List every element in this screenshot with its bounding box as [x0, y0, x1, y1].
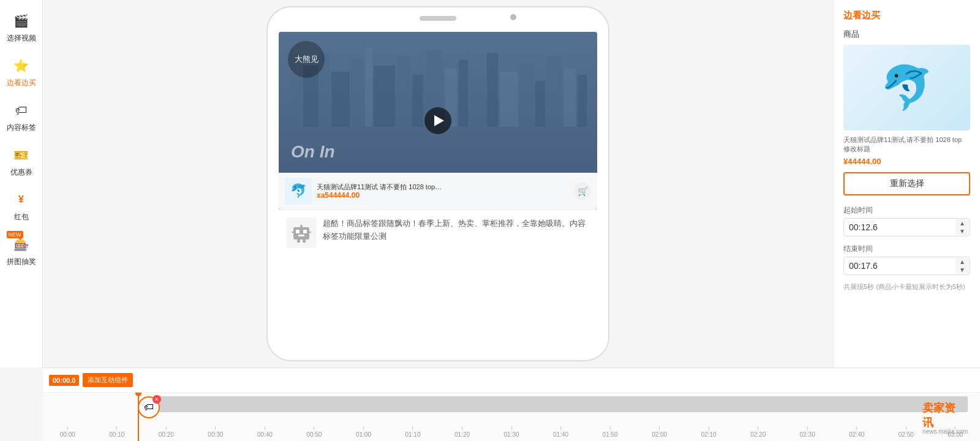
add-interactive-button[interactable]: 添加互动组件 — [83, 373, 133, 387]
phone-mockup: 大熊见 On In 🐬 天猫测试品牌11测试 请不要拍 1028 top… xa… — [266, 6, 609, 361]
svg-rect-24 — [300, 225, 303, 228]
svg-rect-27 — [297, 239, 300, 243]
scale-mark: 01:10 — [388, 426, 438, 438]
delete-mark[interactable]: ✕ — [153, 395, 161, 404]
svg-rect-14 — [500, 72, 518, 127]
watermark-area: 卖家资讯 news.maijia.com — [922, 428, 968, 435]
sidebar-label-coupon: 优惠券 — [10, 167, 32, 178]
coupon-icon: 🎫 — [12, 145, 31, 165]
phone-camera — [510, 14, 516, 20]
svg-rect-8 — [412, 75, 423, 127]
end-time-section: 结束时间 ▲ ▼ — [843, 244, 970, 275]
start-time-section: 起始时间 ▲ ▼ — [843, 205, 970, 236]
start-time-input[interactable] — [843, 218, 970, 236]
timeline-track: 🏷 ✕ 00:0000:1000:2000:3000:4000:5001:000… — [43, 393, 980, 441]
sidebar-item-shop-watch[interactable]: ⭐ 边看边买 — [3, 51, 40, 93]
end-time-spinners: ▲ ▼ — [956, 258, 969, 274]
play-button[interactable] — [424, 107, 451, 134]
start-time-input-wrap: ▲ ▼ — [843, 218, 970, 236]
interactive-item-marker[interactable]: 🏷 ✕ — [138, 396, 160, 418]
svg-rect-5 — [365, 47, 372, 127]
duration-note: 共展现5秒 (商品小卡最短展示时长为5秒) — [843, 282, 970, 292]
right-panel: 边看边买 商品 🐬 天猫测试品牌11测试,请不要拍 1028 top 修改标题 … — [833, 0, 980, 368]
start-time-up[interactable]: ▲ — [956, 219, 969, 227]
scale-mark: 00:00 — [43, 426, 92, 438]
end-time-up[interactable]: ▲ — [956, 258, 969, 266]
product-card-overlay[interactable]: 🐬 天猫测试品牌11测试 请不要拍 1028 top… xa544444.00 … — [279, 173, 597, 209]
svg-rect-28 — [303, 239, 306, 243]
star-icon: ⭐ — [12, 56, 31, 75]
product-price: ¥44444.00 — [843, 157, 970, 166]
sidebar-item-redpacket[interactable]: ¥ 红包 — [3, 185, 40, 227]
svg-rect-15 — [520, 62, 533, 127]
svg-rect-6 — [374, 66, 395, 127]
scale-mark: 01:40 — [536, 426, 586, 438]
sidebar-item-coupon[interactable]: 🎫 优惠券 — [3, 140, 40, 183]
scale-mark: 00:50 — [290, 426, 339, 438]
cart-icon[interactable]: 🛒 — [574, 183, 591, 200]
scale-mark: 00:10 — [92, 426, 142, 438]
start-time-spinners: ▲ ▼ — [956, 219, 969, 235]
product-description: 天猫测试品牌11测试,请不要拍 1028 top 修改标题 — [843, 135, 970, 154]
time-marker-start: 00:00.0 — [49, 375, 79, 386]
phone-speaker — [420, 16, 456, 21]
sidebar-item-lottery[interactable]: NEW 🎰 拼图抽奖 — [3, 230, 40, 272]
info-text: 超酷！商品标签跟随飘动！春季上新、热卖、掌柜推荐，全靠她吸睛。内容标签功能限量公… — [323, 217, 590, 243]
scale-marks: 00:0000:1000:2000:3000:4000:5001:0001:10… — [43, 423, 980, 441]
svg-rect-4 — [351, 59, 363, 127]
scale-mark: 02:40 — [832, 426, 882, 438]
scale-mark: 01:50 — [586, 426, 635, 438]
svg-rect-11 — [459, 59, 468, 127]
panel-section-product: 商品 — [843, 29, 970, 40]
svg-rect-3 — [331, 72, 350, 127]
start-time-down[interactable]: ▼ — [956, 227, 969, 235]
scale-mark: 02:20 — [733, 426, 783, 438]
gray-track — [159, 396, 968, 412]
product-card-name: 天猫测试品牌11测试 请不要拍 1028 top… — [317, 183, 569, 191]
scale-mark: 00:40 — [240, 426, 290, 438]
watermark-title: 卖家资讯 — [922, 401, 958, 430]
svg-rect-22 — [303, 230, 307, 233]
scale-mark: 01:30 — [487, 426, 537, 438]
product-card-image: 🐬 — [285, 178, 312, 205]
sidebar-item-content-tag[interactable]: 🏷 内容标签 — [3, 96, 40, 138]
end-time-down[interactable]: ▼ — [956, 266, 969, 274]
svg-rect-19 — [578, 75, 587, 127]
scale-mark: 00:30 — [191, 426, 241, 438]
product-card-info: 天猫测试品牌11测试 请不要拍 1028 top… xa544444.00 — [317, 183, 569, 200]
svg-rect-0 — [291, 78, 302, 127]
svg-rect-16 — [535, 81, 545, 127]
end-time-input[interactable] — [843, 257, 970, 275]
svg-rect-18 — [564, 69, 576, 127]
interactive-item-icon: 🏷 — [144, 402, 154, 413]
scale-mark: 00:20 — [141, 426, 191, 438]
sidebar-label-shop-watch: 边看边买 — [7, 78, 36, 88]
sidebar-label-select-video: 选择视频 — [7, 33, 36, 43]
timeline-cursor[interactable] — [138, 393, 139, 441]
sidebar-label-lottery: 拼图抽奖 — [7, 257, 36, 267]
svg-rect-21 — [296, 230, 300, 233]
tag-icon: 🏷 — [12, 100, 31, 120]
video-area: 大熊见 On In 🐬 天猫测试品牌11测试 请不要拍 1028 top… xa… — [279, 32, 597, 209]
scale-mark: 01:00 — [339, 426, 388, 438]
redpacket-icon: ¥ — [12, 190, 31, 209]
sidebar-item-select-video[interactable]: 🎬 选择视频 — [3, 6, 40, 48]
video-watermark: 大熊见 — [288, 41, 325, 78]
scale-mark: 02:00 — [635, 426, 684, 438]
timeline-header: 00:00.0 添加互动组件 — [43, 368, 980, 393]
start-time-label: 起始时间 — [843, 205, 970, 216]
svg-rect-13 — [487, 53, 498, 127]
product-preview-image: 🐬 — [843, 45, 970, 130]
end-time-input-wrap: ▲ ▼ — [843, 257, 970, 275]
end-time-label: 结束时间 — [843, 244, 970, 254]
sidebar-label-redpacket: 红包 — [14, 212, 29, 222]
robot-icon — [286, 217, 317, 248]
svg-rect-7 — [397, 56, 410, 127]
svg-rect-20 — [293, 227, 309, 239]
svg-rect-17 — [547, 56, 562, 127]
svg-rect-23 — [298, 235, 304, 236]
main-content: 大熊见 On In 🐬 天猫测试品牌11测试 请不要拍 1028 top… xa… — [43, 0, 833, 368]
timeline-area: 00:00.0 添加互动组件 🏷 ✕ 00:0000:1000:2000:300… — [43, 368, 980, 441]
reselect-button[interactable]: 重新选择 — [843, 172, 970, 195]
scale-mark: 02:30 — [783, 426, 832, 438]
